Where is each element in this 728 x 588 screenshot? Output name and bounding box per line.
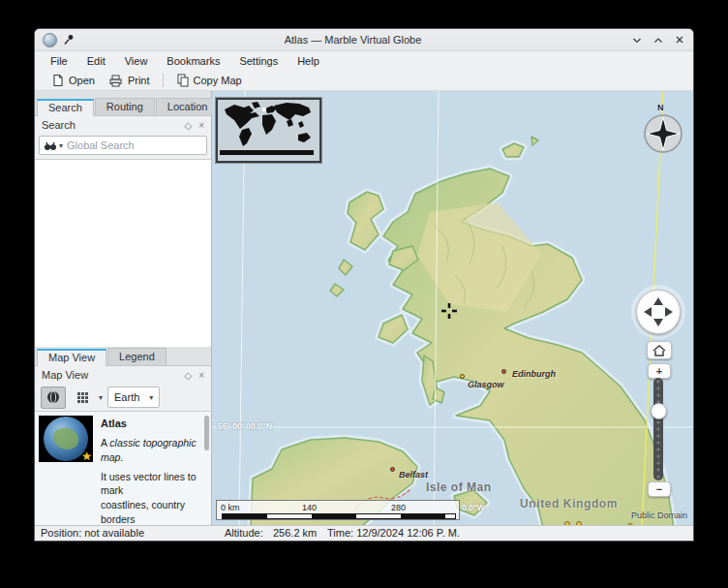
- mapview-toolbar: ▾ Earth ▾: [35, 384, 211, 411]
- menubar: File Edit View Bookmarks Settings Help: [35, 51, 693, 71]
- app-window: Atlas — Marble Virtual Globe File Edit V…: [35, 29, 693, 541]
- compass-icon[interactable]: [643, 113, 683, 154]
- pan-left-arrow: [644, 307, 652, 317]
- scale-bar: 0 km 140 280: [216, 500, 460, 520]
- open-file-icon: [51, 74, 64, 87]
- window-title: Atlas — Marble Virtual Globe: [75, 34, 631, 46]
- search-input[interactable]: [65, 139, 202, 152]
- compass-north-label: N: [657, 103, 664, 112]
- scale-bar-segments: [222, 513, 456, 519]
- zoom-in-button[interactable]: +: [648, 363, 671, 379]
- mapview-panel-header: Map View ◇ ×: [35, 366, 211, 384]
- home-icon: [652, 345, 666, 356]
- pan-control[interactable]: [631, 285, 685, 339]
- map-list-view-button[interactable]: [71, 387, 94, 408]
- status-altitude-value: 256.2 km: [273, 527, 317, 539]
- menu-edit[interactable]: Edit: [77, 53, 115, 69]
- zoom-out-button[interactable]: −: [648, 481, 671, 497]
- search-results-list[interactable]: [35, 159, 211, 347]
- titlebar[interactable]: Atlas — Marble Virtual Globe: [35, 29, 693, 51]
- open-button[interactable]: Open: [45, 73, 102, 88]
- view-mode-dropdown-icon[interactable]: ▾: [99, 393, 103, 402]
- overview-position-marker: [262, 108, 266, 111]
- menu-bookmarks[interactable]: Bookmarks: [157, 53, 229, 69]
- scale-tick: 0 km: [221, 503, 240, 512]
- edinburgh-label: Edinburgh: [512, 369, 556, 379]
- scale-tick: 280: [391, 503, 406, 512]
- chevron-down-icon: ▾: [149, 393, 153, 402]
- globe-icon: [46, 390, 60, 404]
- copy-icon: [176, 74, 189, 87]
- float-panel-icon[interactable]: ◇: [184, 370, 192, 381]
- edinburgh-marker[interactable]: [501, 369, 506, 374]
- belfast-marker[interactable]: [390, 467, 395, 472]
- status-position: Position: not available: [41, 527, 144, 539]
- maximize-button[interactable]: [652, 34, 664, 46]
- toolbar-separator: [163, 74, 164, 87]
- latitude-label: 55° 00' 00.0"N: [218, 421, 272, 431]
- menu-file[interactable]: File: [41, 53, 77, 69]
- search-panel-header: Search ◇ ×: [35, 116, 211, 134]
- map-attribution: Public Domain: [631, 511, 687, 520]
- menu-help[interactable]: Help: [288, 53, 329, 69]
- statusbar: Position: not available Altitude: 256.2 …: [35, 525, 693, 541]
- map-view[interactable]: N: [212, 91, 693, 525]
- minimize-button[interactable]: [631, 34, 643, 46]
- list-scrollbar[interactable]: [204, 416, 209, 450]
- scale-tick: 140: [302, 503, 317, 512]
- map-theme-title: Atlas: [101, 417, 201, 431]
- close-button[interactable]: [674, 34, 685, 46]
- belfast-label: Belfast: [399, 470, 428, 480]
- celestial-body-select[interactable]: Earth ▾: [107, 387, 160, 408]
- atlas-thumbnail: ★: [39, 416, 93, 462]
- print-icon: [108, 75, 123, 87]
- menu-settings[interactable]: Settings: [229, 53, 288, 69]
- marble-app-icon: [43, 33, 57, 47]
- close-panel-icon[interactable]: ×: [198, 120, 204, 131]
- home-button[interactable]: [647, 341, 672, 359]
- status-altitude-label: Altitude:: [225, 527, 263, 539]
- pan-up-arrow: [653, 297, 663, 305]
- tab-map-view[interactable]: Map View: [37, 349, 106, 366]
- copy-map-button[interactable]: Copy Map: [169, 73, 249, 88]
- pin-icon[interactable]: [63, 34, 75, 46]
- float-panel-icon[interactable]: ◇: [184, 120, 192, 131]
- mapview-tabbar: Map View Legend: [35, 347, 211, 366]
- isle-of-man-label: Isle of Man: [426, 480, 492, 494]
- longitude-label: 0.0"W: [462, 503, 485, 512]
- global-search-field[interactable]: ▾: [39, 136, 207, 155]
- menu-view[interactable]: View: [115, 53, 158, 69]
- united-kingdom-label: United Kingdom: [520, 497, 618, 511]
- search-type-dropdown-icon[interactable]: ▾: [59, 141, 63, 150]
- map-theme-atlas[interactable]: ★ Atlas A classic topographic map. It us…: [35, 412, 211, 525]
- print-button[interactable]: Print: [102, 74, 157, 88]
- sidebar: Search Routing Location Search ◇ × ▾ Map…: [35, 91, 212, 525]
- zoom-slider[interactable]: [653, 378, 663, 480]
- glasgow-marker[interactable]: [460, 374, 465, 379]
- tab-search[interactable]: Search: [37, 99, 94, 116]
- binoculars-icon: [44, 140, 57, 151]
- overview-map[interactable]: [216, 98, 321, 163]
- tab-location[interactable]: Location: [156, 98, 220, 115]
- pan-down-arrow: [653, 319, 663, 326]
- tab-routing[interactable]: Routing: [95, 98, 155, 115]
- zoom-slider-handle[interactable]: [651, 403, 667, 419]
- close-panel-icon[interactable]: ×: [198, 370, 204, 381]
- grid-icon: [76, 391, 89, 404]
- main-toolbar: Open Print Copy Map: [35, 71, 693, 91]
- overview-world-icon: [218, 100, 316, 157]
- map-theme-list: ★ Atlas A classic topographic map. It us…: [35, 411, 211, 525]
- pan-right-arrow: [665, 307, 673, 317]
- tab-legend[interactable]: Legend: [107, 348, 167, 365]
- search-tabbar: Search Routing Location: [35, 91, 211, 116]
- status-time: Time: 12/9/2024 12:06 P. M.: [327, 527, 460, 539]
- favorite-star-icon: ★: [81, 450, 92, 462]
- globe-projection-button[interactable]: [41, 387, 66, 409]
- landmass: [251, 137, 674, 525]
- glasgow-label: Glasgow: [468, 380, 504, 389]
- map-theme-description: A classic topographic map.: [101, 436, 201, 464]
